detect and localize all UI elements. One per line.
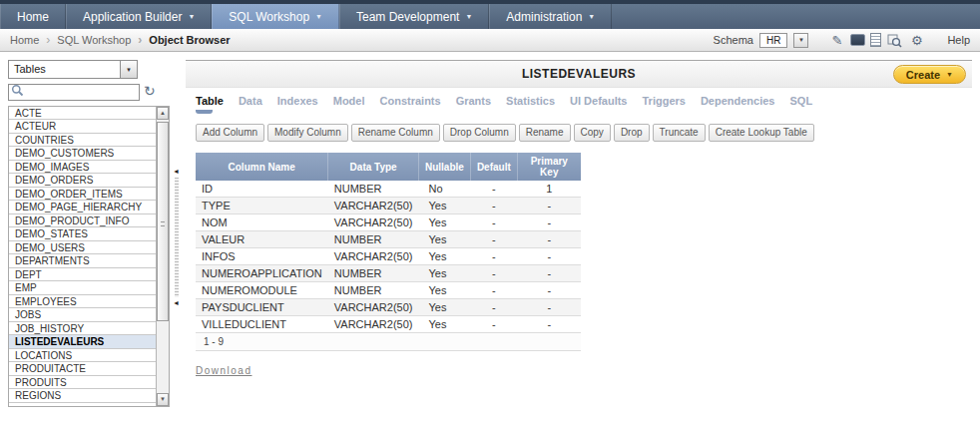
chevron-down-icon: ▼	[465, 13, 472, 20]
list-item[interactable]: ACTEUR	[9, 120, 156, 134]
list-item[interactable]: ACTE	[9, 107, 156, 121]
list-item[interactable]: DEMO_STATES	[9, 227, 156, 241]
nav-tab[interactable]: Home ▼	[0, 4, 66, 29]
detail-tab[interactable]: Grants	[456, 95, 491, 114]
sql-commands-pencil-icon[interactable]: ✎	[828, 32, 845, 49]
scroll-up-icon[interactable]: ▲	[157, 107, 169, 120]
list-item[interactable]: JOBS	[9, 308, 156, 322]
toolbar-button[interactable]: Add Column	[196, 124, 264, 142]
object-name: PRODUITACTE	[15, 363, 86, 374]
toolbar-button[interactable]: Copy	[574, 124, 611, 142]
list-item[interactable]: DEMO_ORDERS	[9, 174, 156, 188]
download-link[interactable]: Download	[196, 365, 251, 376]
cell-column-name: NOM	[196, 214, 328, 231]
toolbar-button[interactable]: Modify Column	[267, 124, 348, 142]
list-item[interactable]: DEPT	[9, 268, 156, 282]
object-browser-sidebar: Tables ▼ ↻ ACTE ACTEUR COUNTRIES	[8, 60, 170, 417]
nav-tab[interactable]: Team Development ▼	[339, 4, 489, 29]
cell-primary-key: -	[517, 282, 581, 299]
cell-primary-key: -	[517, 299, 581, 316]
pane-splitter[interactable]: ◄ ◄	[173, 60, 181, 417]
collapse-left-icon[interactable]: ◄	[173, 168, 180, 175]
magnifier-glyph	[887, 33, 902, 48]
gear-icon[interactable]: ⚙	[908, 32, 925, 49]
cell-default: -	[470, 282, 517, 299]
utilities-search-icon[interactable]	[886, 32, 903, 49]
list-item[interactable]: LOCATIONS	[9, 349, 156, 363]
columns-grid: Column NameData TypeNullableDefaultPrima…	[196, 153, 582, 351]
detail-tab[interactable]: UI Defaults	[570, 95, 627, 114]
list-item[interactable]: COUNTRIES	[9, 134, 156, 148]
list-item[interactable]: DEMO_PRODUCT_INFO	[9, 214, 156, 228]
list-item[interactable]: EMPLOYEES	[9, 295, 156, 309]
list-item[interactable]: DEMO_IMAGES	[9, 161, 156, 175]
list-item[interactable]: JOB_HISTORY	[9, 322, 156, 336]
list-item[interactable]: LISTEDEVALEURS	[9, 335, 156, 349]
object-name: DEPT	[15, 269, 42, 280]
detail-tab[interactable]: Triggers	[643, 95, 686, 114]
query-builder-document-icon[interactable]	[870, 33, 881, 47]
toolbar-button[interactable]: Drop Column	[443, 124, 516, 142]
list-item[interactable]: PRODUITACTE	[9, 362, 156, 376]
detail-tab[interactable]: Constraints	[380, 95, 441, 114]
object-search-input[interactable]	[8, 84, 140, 101]
refresh-icon[interactable]: ↻	[144, 84, 156, 98]
grid-column-header: Data Type	[328, 153, 419, 181]
toolbar-button[interactable]: Truncate	[653, 124, 706, 142]
breadcrumb-item[interactable]: Object Browser	[131, 33, 230, 47]
list-item[interactable]: EMP	[9, 281, 156, 295]
list-item[interactable]: DEMO_USERS	[9, 241, 156, 255]
object-name: ACTE	[15, 108, 42, 119]
list-item[interactable]: DEMO_ORDER_ITEMS	[9, 188, 156, 202]
create-button[interactable]: Create ▼	[893, 65, 966, 84]
list-item[interactable]: DEPARTMENTS	[9, 254, 156, 268]
sql-scripts-monitor-icon[interactable]	[850, 34, 865, 46]
nav-tab[interactable]: SQL Workshop ▼	[212, 4, 339, 29]
help-link[interactable]: Help	[947, 34, 970, 46]
cell-column-name: TYPE	[196, 198, 328, 214]
nav-tab[interactable]: Administration ▼	[489, 4, 612, 29]
schema-label: Schema	[714, 34, 753, 46]
list-item[interactable]: PRODUITS	[9, 376, 156, 390]
splitter-handle[interactable]	[175, 178, 179, 297]
detail-tab[interactable]: Indexes	[277, 95, 318, 114]
list-item[interactable]: DEMO_PAGE_HIERARCHY	[9, 201, 156, 214]
nav-tab-label: Application Builder	[83, 10, 182, 24]
grid-column-header: Default	[470, 153, 517, 181]
detail-tab[interactable]: Data	[239, 95, 262, 114]
schema-select[interactable]: HR	[759, 33, 787, 48]
toolbar-button[interactable]: Rename Column	[351, 124, 440, 142]
top-navigation-bar: Home ▼ Application Builder ▼ SQL Worksho…	[0, 0, 980, 29]
tab-label: Grants	[456, 95, 491, 107]
list-item[interactable]: REGIONS	[9, 389, 156, 403]
chevron-down-icon: ▼	[188, 13, 195, 20]
toolbar-button[interactable]: Drop	[614, 124, 650, 142]
tab-label: UI Defaults	[570, 95, 627, 107]
scrollbar-thumb[interactable]	[157, 122, 169, 321]
object-name: DEPARTMENTS	[15, 255, 90, 266]
scroll-down-icon[interactable]: ▼	[157, 393, 169, 406]
list-item[interactable]: DEMO_CUSTOMERS	[9, 147, 156, 161]
breadcrumb-item[interactable]: Home	[10, 34, 39, 46]
toolbar-button[interactable]: Rename	[519, 124, 571, 142]
detail-tab[interactable]: Table	[196, 95, 224, 114]
object-name: DEMO_IMAGES	[15, 162, 89, 173]
detail-tab[interactable]: Model	[333, 95, 365, 114]
chevron-down-icon: ▼	[315, 13, 322, 20]
detail-tab[interactable]: Statistics	[506, 95, 555, 114]
schema-dropdown-button[interactable]: ▼	[793, 33, 808, 48]
cell-default: -	[470, 299, 517, 316]
table-row: INFOS VARCHAR2(50) Yes - -	[196, 248, 581, 265]
detail-tab[interactable]: SQL	[790, 95, 813, 114]
collapse-left-icon[interactable]: ◄	[173, 299, 180, 306]
object-name: JOB_HISTORY	[15, 323, 84, 334]
object-name: LOCATIONS	[15, 350, 72, 361]
list-scrollbar[interactable]: ▲ ▼	[156, 107, 169, 406]
toolbar-button[interactable]: Create Lookup Table	[709, 124, 814, 142]
nav-tab[interactable]: Application Builder ▼	[66, 4, 212, 29]
column-actions-toolbar: Add ColumnModify ColumnRename ColumnDrop…	[196, 122, 972, 142]
object-type-select[interactable]: Tables ▼	[8, 60, 138, 79]
breadcrumb-item[interactable]: SQL Workshop	[39, 33, 131, 47]
chevron-down-icon: ▼	[946, 71, 953, 78]
detail-tab[interactable]: Dependencies	[701, 95, 775, 114]
